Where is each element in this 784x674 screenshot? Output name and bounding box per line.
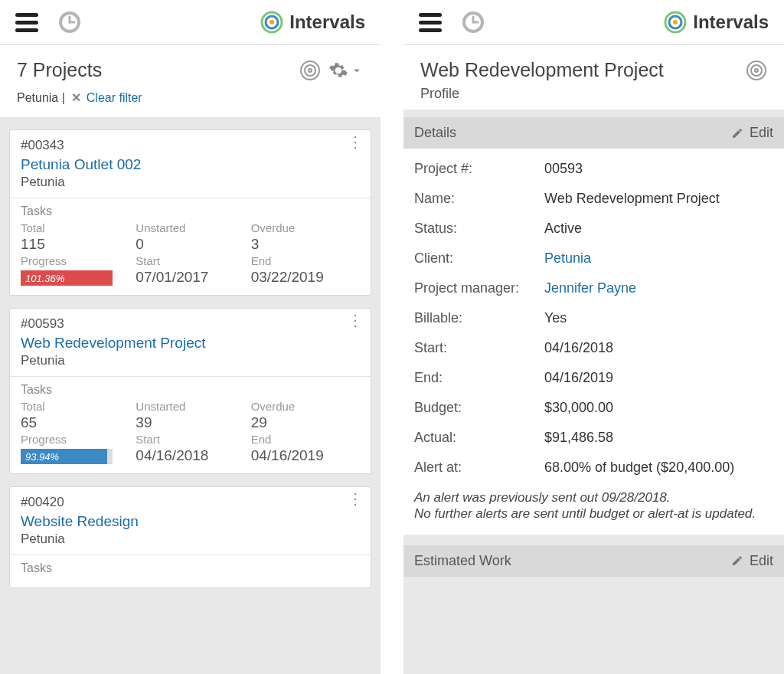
- details-panel: Project #:00593 Name:Web Redevelopment P…: [403, 149, 784, 535]
- start-value: 07/01/2017: [136, 269, 244, 286]
- detail-project-no: 00593: [544, 161, 773, 177]
- section-estimated-label: Estimated Work: [414, 553, 511, 569]
- detail-start: 04/16/2018: [544, 340, 773, 356]
- project-card: ⋮ #00593 Web Redevelopment Project Petun…: [9, 308, 371, 474]
- brand-text: Intervals: [693, 11, 769, 33]
- clock-icon[interactable]: [462, 11, 485, 34]
- settings-dropdown[interactable]: [328, 61, 364, 80]
- edit-details-button[interactable]: Edit: [731, 125, 773, 141]
- projects-list-pane: Intervals 7 Projects Petunia | ✕ Clear f…: [0, 0, 381, 674]
- detail-pm-link[interactable]: Jennifer Payne: [544, 280, 773, 296]
- project-client: Petunia: [21, 532, 360, 547]
- svg-point-15: [747, 61, 766, 80]
- project-name-link[interactable]: Website Redesign: [21, 513, 360, 530]
- detail-header: Web Redevelopment Project Profile: [403, 45, 784, 110]
- detail-name: Web Redevelopment Project: [544, 191, 773, 207]
- svg-point-7: [305, 65, 315, 76]
- unstarted-value: 0: [136, 236, 244, 253]
- filter-row: Petunia | ✕ Clear filter: [0, 89, 381, 117]
- section-details-bar: Details Edit: [403, 117, 784, 149]
- project-list: ⋮ #00343 Petunia Outlet 002 Petunia Task…: [0, 117, 381, 674]
- detail-budget: $30,000.00: [544, 400, 773, 416]
- project-detail-pane: Intervals Web Redevelopment Project Prof…: [403, 0, 784, 674]
- project-card: ⋮ #00343 Petunia Outlet 002 Petunia Task…: [9, 129, 371, 296]
- detail-billable: Yes: [544, 310, 773, 326]
- detail-body: Details Edit Project #:00593 Name:Web Re…: [403, 110, 784, 674]
- detail-alert: 68.00% of budget ($20,400.00): [544, 460, 773, 476]
- total-value: 115: [21, 236, 129, 253]
- project-name-link[interactable]: Web Redevelopment Project: [21, 335, 360, 352]
- start-value: 04/16/2018: [136, 447, 244, 464]
- svg-point-5: [270, 20, 274, 25]
- filter-name: Petunia: [17, 91, 58, 104]
- card-menu-icon[interactable]: ⋮: [348, 316, 363, 324]
- section-estimated-bar: Estimated Work Edit: [403, 545, 784, 577]
- pencil-icon: [731, 555, 743, 567]
- edit-estimated-button[interactable]: Edit: [731, 553, 773, 569]
- detail-status: Active: [544, 221, 773, 237]
- svg-point-8: [309, 69, 312, 72]
- svg-point-14: [673, 20, 678, 25]
- section-details-label: Details: [414, 125, 456, 141]
- brand-logo-icon: [664, 11, 687, 34]
- topbar-right: Intervals: [403, 0, 784, 45]
- progress-bar: 93.94%: [21, 447, 129, 464]
- tasks-label: Tasks: [21, 561, 360, 575]
- page-title: 7 Projects: [17, 59, 102, 81]
- overdue-value: 3: [251, 236, 360, 253]
- svg-point-16: [751, 65, 762, 76]
- detail-actual: $91,486.58: [544, 430, 773, 446]
- project-id: #00593: [21, 316, 360, 332]
- clear-filter-link[interactable]: Clear filter: [87, 91, 142, 104]
- brand-text: Intervals: [289, 11, 365, 33]
- gear-icon: [328, 61, 348, 80]
- project-id: #00420: [21, 495, 360, 510]
- progress-bar: 101.36%: [21, 269, 129, 286]
- tasks-label: Tasks: [21, 204, 360, 218]
- menu-icon[interactable]: [419, 13, 442, 32]
- detail-end: 04/16/2019: [544, 370, 773, 386]
- detail-subtitle: Profile: [420, 86, 767, 102]
- target-icon[interactable]: [299, 60, 321, 81]
- end-value: 03/22/2019: [251, 269, 360, 286]
- total-value: 65: [21, 414, 129, 431]
- project-card: ⋮ #00420 Website Redesign Petunia Tasks: [9, 486, 371, 588]
- end-value: 04/16/2019: [251, 447, 360, 464]
- project-id: #00343: [21, 138, 360, 153]
- unstarted-value: 39: [136, 414, 244, 431]
- card-menu-icon[interactable]: ⋮: [348, 495, 363, 502]
- project-name-link[interactable]: Petunia Outlet 002: [21, 156, 360, 173]
- overdue-value: 29: [251, 414, 360, 431]
- detail-client-link[interactable]: Petunia: [544, 250, 773, 267]
- clear-filter-x-icon[interactable]: ✕: [71, 91, 81, 104]
- svg-point-17: [755, 69, 758, 72]
- detail-title: Web Redevelopment Project: [420, 59, 664, 81]
- list-header: 7 Projects: [0, 45, 381, 89]
- pencil-icon: [731, 127, 743, 139]
- target-icon[interactable]: [746, 60, 767, 81]
- brand-logo-icon: [260, 11, 283, 34]
- svg-point-6: [301, 61, 319, 80]
- chevron-down-icon: [350, 64, 364, 77]
- project-client: Petunia: [21, 353, 360, 368]
- menu-icon[interactable]: [15, 13, 38, 32]
- tasks-label: Tasks: [21, 383, 360, 397]
- brand: Intervals: [664, 11, 769, 34]
- clock-icon[interactable]: [58, 11, 81, 34]
- topbar-left: Intervals: [0, 0, 381, 45]
- card-menu-icon[interactable]: ⋮: [348, 138, 363, 146]
- alert-note: An alert was previously sent out 09/28/2…: [414, 489, 773, 522]
- brand: Intervals: [260, 11, 365, 34]
- project-client: Petunia: [21, 175, 360, 190]
